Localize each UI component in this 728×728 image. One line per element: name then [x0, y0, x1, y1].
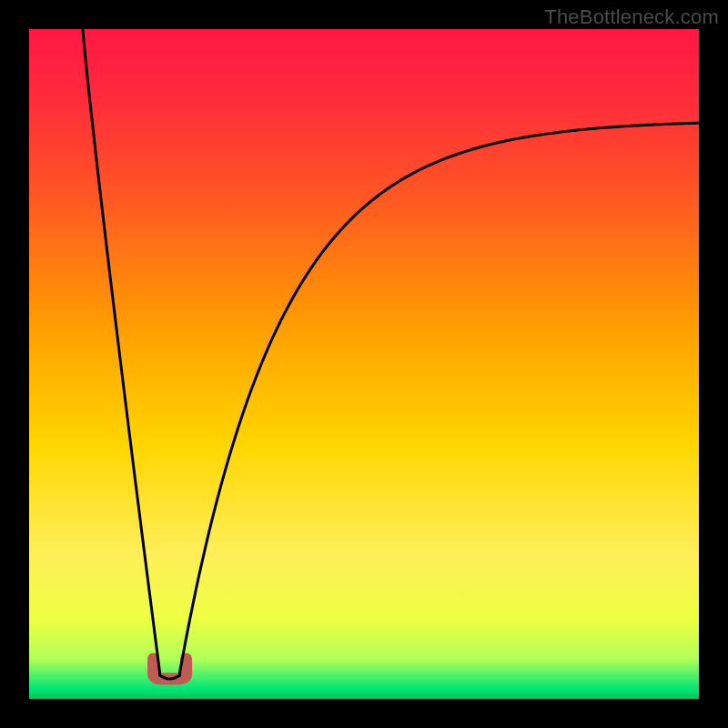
- gradient-background: [29, 29, 699, 699]
- chart-svg: [29, 29, 699, 699]
- plot-area: [29, 29, 699, 699]
- watermark-text: TheBottleneck.com: [544, 5, 719, 29]
- chart-frame: TheBottleneck.com: [0, 0, 728, 728]
